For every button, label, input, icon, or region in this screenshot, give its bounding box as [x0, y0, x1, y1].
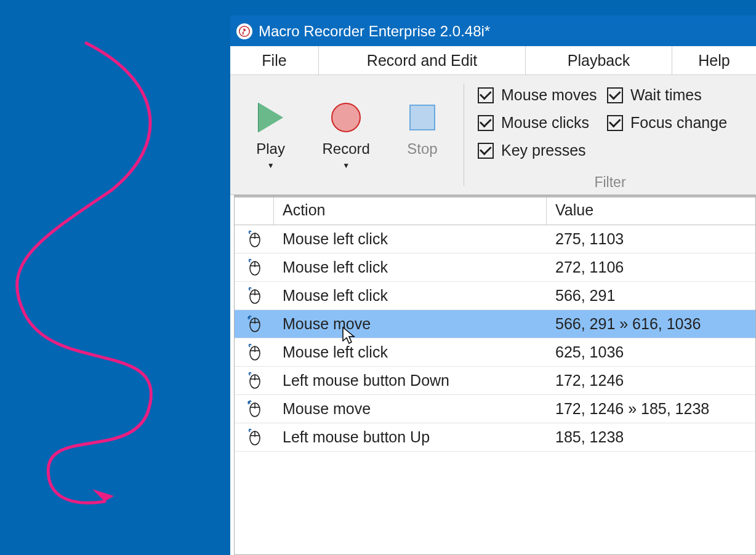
stop-label: Stop: [407, 140, 437, 158]
check-wait-times[interactable]: Wait times: [607, 86, 749, 104]
cell-action: Mouse move: [274, 400, 547, 418]
mouse-icon: [235, 287, 274, 305]
menu-playback[interactable]: Playback: [526, 46, 672, 74]
play-button[interactable]: Play ▼: [256, 100, 285, 170]
cell-value: 625, 1036: [547, 343, 755, 361]
chevron-down-icon: ▼: [342, 161, 350, 170]
cell-value: 272, 1106: [547, 258, 755, 276]
menu-record-edit[interactable]: Record and Edit: [319, 46, 526, 74]
play-label: Play: [256, 140, 285, 158]
cell-action: Mouse left click: [274, 287, 547, 305]
chevron-down-icon: ▼: [267, 161, 275, 170]
mouse-icon: [235, 230, 274, 249]
table-row[interactable]: Mouse left click566, 291: [235, 282, 755, 310]
table-row[interactable]: Mouse left click275, 1103: [235, 225, 755, 254]
checkbox-icon: [478, 87, 494, 103]
table-header: Action Value: [235, 196, 755, 225]
filter-panel: Mouse moves Wait times Mouse clicks Focu…: [464, 75, 756, 194]
mouse-icon: [235, 400, 274, 418]
titlebar[interactable]: Macro Recorder Enterprise 2.0.48i*: [230, 16, 756, 46]
cell-action: Mouse left click: [274, 230, 547, 248]
cell-action: Mouse left click: [274, 258, 547, 276]
toolbar: Play ▼ Record ▼ Stop ▼ Mouse moves Wait …: [230, 75, 756, 195]
cell-value: 566, 291: [547, 287, 755, 305]
check-mouse-moves[interactable]: Mouse moves: [478, 86, 601, 104]
annotation-squiggle: [0, 31, 230, 535]
macro-table: Action Value Mouse left click275, 1103Mo…: [234, 195, 756, 555]
check-key-presses[interactable]: Key presses: [478, 142, 601, 159]
table-row[interactable]: Left mouse button Down172, 1246: [235, 367, 755, 395]
stop-icon: [409, 105, 435, 130]
cell-action: Mouse move: [274, 315, 547, 333]
mouse-icon: [235, 315, 274, 333]
cell-action: Mouse left click: [274, 343, 547, 361]
col-action[interactable]: Action: [274, 196, 547, 225]
cell-value: 172, 1246 » 185, 1238: [547, 400, 755, 418]
mouse-icon: [235, 258, 274, 277]
checkbox-icon: [607, 87, 623, 103]
cell-value: 172, 1246: [547, 372, 755, 389]
cell-value: 185, 1238: [547, 428, 755, 446]
record-label: Record: [322, 140, 369, 158]
play-icon: [259, 103, 283, 132]
cell-action: Left mouse button Down: [274, 372, 547, 389]
col-icon[interactable]: [235, 196, 274, 225]
record-button[interactable]: Record ▼: [322, 100, 369, 170]
window-title: Macro Recorder Enterprise 2.0.48i*: [259, 23, 490, 40]
svg-marker-0: [92, 489, 114, 501]
table-row[interactable]: Mouse move172, 1246 » 185, 1238: [235, 395, 755, 423]
menubar: File Record and Edit Playback Help: [230, 46, 756, 75]
table-row[interactable]: Mouse left click625, 1036: [235, 338, 755, 367]
playback-controls: Play ▼ Record ▼ Stop ▼: [230, 84, 464, 186]
svg-point-1: [239, 26, 250, 36]
cell-value: 566, 291 » 616, 1036: [547, 315, 755, 333]
filter-section-label: Filter: [594, 174, 625, 191]
check-focus-change[interactable]: Focus change: [607, 114, 749, 132]
table-row[interactable]: Mouse left click272, 1106: [235, 254, 755, 282]
cell-action: Left mouse button Up: [274, 428, 547, 446]
cell-value: 275, 1103: [547, 230, 755, 248]
checkbox-icon: [607, 115, 623, 131]
app-icon: [236, 23, 252, 39]
mouse-icon: [235, 372, 274, 390]
menu-file[interactable]: File: [230, 46, 319, 74]
menu-help[interactable]: Help: [672, 46, 756, 74]
check-mouse-clicks[interactable]: Mouse clicks: [478, 114, 601, 132]
col-value[interactable]: Value: [547, 196, 755, 225]
checkbox-icon: [478, 115, 494, 131]
table-row[interactable]: Left mouse button Up185, 1238: [235, 423, 755, 452]
stop-button[interactable]: Stop ▼: [407, 100, 437, 170]
macro-table-wrap: Action Value Mouse left click275, 1103Mo…: [230, 195, 756, 555]
mouse-icon: [235, 343, 274, 362]
table-row[interactable]: Mouse move566, 291 » 616, 1036: [235, 310, 755, 338]
table-body: Mouse left click275, 1103Mouse left clic…: [235, 225, 755, 554]
record-icon: [331, 103, 361, 132]
app-window: Macro Recorder Enterprise 2.0.48i* File …: [230, 15, 756, 555]
mouse-icon: [235, 428, 274, 447]
checkbox-icon: [478, 143, 494, 159]
